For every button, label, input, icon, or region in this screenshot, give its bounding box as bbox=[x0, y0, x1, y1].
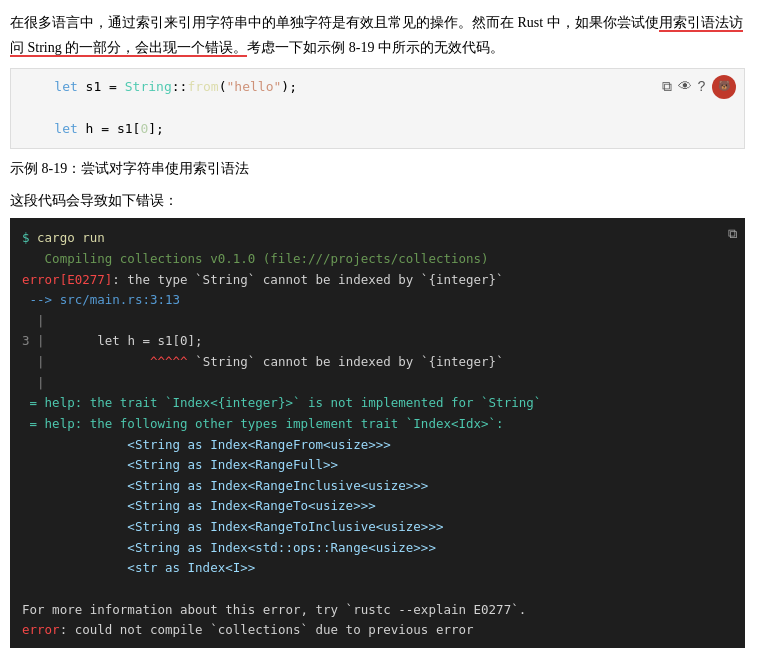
copy-button[interactable]: ⧉ bbox=[662, 76, 672, 98]
terminal-prompt: $ cargo run bbox=[22, 230, 105, 245]
terminal-more-info: For more information about this error, t… bbox=[22, 602, 526, 617]
terminal-impl6: <String as Index<std::ops::Range<usize>>… bbox=[22, 540, 436, 555]
intro-paragraph: 在很多语言中，通过索引来引用字符串中的单独字符是有效且常见的操作。然而在 Rus… bbox=[10, 10, 745, 60]
terminal-impl2: <String as Index<RangeFull>> bbox=[22, 457, 338, 472]
question-button[interactable]: ? bbox=[698, 76, 706, 98]
terminal-code-line: 3 | let h = s1[0]; bbox=[22, 333, 203, 348]
terminal-pipe3: | bbox=[22, 375, 45, 390]
terminal-impl1: <String as Index<RangeFrom<usize>>> bbox=[22, 437, 391, 452]
error-intro-label: 这段代码会导致如下错误： bbox=[10, 189, 745, 213]
code-example-block: ⧉ 👁 ? 🐻 let s1 = String::from("hello"); … bbox=[10, 68, 745, 148]
terminal-help1: = help: the trait `Index<{integer}>` is … bbox=[22, 395, 541, 410]
eye-button[interactable]: 👁 bbox=[678, 76, 692, 98]
terminal-impl3: <String as Index<RangeInclusive<usize>>> bbox=[22, 478, 428, 493]
intro-text-before: 在很多语言中，通过索引来引用字符串中的单独字符是有效且常见的操作。然而在 Rus… bbox=[10, 15, 659, 30]
terminal-pipe1: | bbox=[22, 313, 45, 328]
terminal-pipe2: | ^^^^^ `String` cannot be indexed by `{… bbox=[22, 354, 504, 369]
code-line-2: let h = s1[0]; bbox=[23, 119, 732, 140]
terminal-impl4: <String as Index<RangeTo<usize>>> bbox=[22, 498, 376, 513]
terminal-impl5: <String as Index<RangeToInclusive<usize>… bbox=[22, 519, 443, 534]
avatar: 🐻 bbox=[712, 75, 736, 99]
terminal-final-error: error: could not compile `collections` d… bbox=[22, 622, 474, 637]
terminal-compiling: Compiling collections v0.1.0 (file:///pr… bbox=[22, 251, 489, 266]
terminal-output: ⧉ $ cargo run Compiling collections v0.1… bbox=[10, 218, 745, 648]
code-line-1: let s1 = String::from("hello"); bbox=[23, 77, 732, 98]
terminal-error-line1: error[E0277]: the type `String` cannot b… bbox=[22, 272, 504, 287]
terminal-arrow: --> src/main.rs:3:13 bbox=[22, 292, 180, 307]
intro-text-after: 考虑一下如示例 8-19 中所示的无效代码。 bbox=[247, 40, 504, 55]
terminal-help2: = help: the following other types implem… bbox=[22, 416, 504, 431]
terminal-copy-button[interactable]: ⧉ bbox=[728, 224, 737, 245]
terminal-impl7: <str as Index<I>> bbox=[22, 560, 255, 575]
example-label: 示例 8-19：尝试对字符串使用索引语法 bbox=[10, 157, 745, 181]
